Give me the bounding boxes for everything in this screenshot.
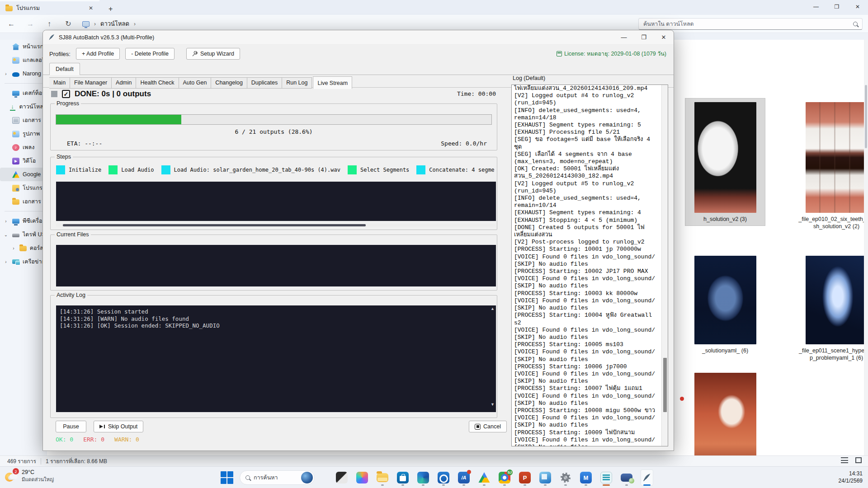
log-line: [VOICE] Found 0 files in vdo_long_sound/ (514, 253, 660, 261)
breadcrumb-location[interactable]: ดาวน์โหลด (100, 19, 129, 28)
refresh-button[interactable]: ↻ (61, 18, 76, 30)
start-button[interactable] (220, 471, 234, 484)
skip-output-button[interactable]: Skip Output (94, 421, 143, 432)
sidebar-item[interactable]: เอกสาร (0, 113, 47, 127)
list-view-icon[interactable] (841, 457, 848, 463)
chevron-icon[interactable]: › (4, 259, 8, 264)
up-button[interactable]: ↑ (42, 18, 57, 30)
weather-widget[interactable]: 2 29°C มีแดดส่วนใหญ่ (5, 469, 54, 483)
done-checkbox[interactable]: ✓ (62, 90, 70, 98)
stop-square-icon[interactable] (51, 91, 57, 97)
taskbar-app-icon[interactable] (641, 469, 653, 486)
scrollbar-thumb[interactable] (663, 358, 667, 412)
sidebar-item[interactable]: เพลง (0, 141, 47, 154)
taskbar-search[interactable]: การค้นหา (240, 470, 315, 485)
app-tab[interactable]: File Manager (70, 77, 112, 89)
app-tab[interactable]: Auto Gen (179, 77, 212, 89)
sidebar-item[interactable]: หน้าแรก (0, 40, 47, 53)
log-scrollbar[interactable] (661, 85, 668, 446)
app-tab[interactable]: Main (49, 77, 70, 89)
app-tab[interactable]: Run Log (282, 77, 312, 89)
steps-horizontal-scrollbar[interactable] (56, 224, 496, 227)
app-tab[interactable]: Admin (112, 77, 136, 89)
taskbar-app-icon[interactable] (335, 469, 348, 486)
chevron-icon[interactable]: › (4, 219, 8, 224)
back-button[interactable]: ← (4, 18, 19, 30)
taskbar-app-icon[interactable] (396, 469, 409, 486)
sidebar-item[interactable]: รูปภาพ (0, 127, 47, 141)
sidebar-item[interactable]: แกลเลอรี (0, 53, 47, 67)
sidebar-item[interactable]: ⌄ ไดรฟ์ US (0, 228, 47, 241)
taskbar-app-icon[interactable] (356, 469, 368, 486)
activity-scrollbar[interactable]: ▲ ▼ (490, 306, 495, 407)
forward-button[interactable]: → (23, 18, 38, 30)
cancel-button[interactable]: Cancel (469, 421, 507, 432)
file-thumbnail[interactable] (806, 102, 868, 213)
chevron-icon[interactable]: ⌄ (4, 232, 8, 237)
cancel-label: Cancel (483, 423, 501, 430)
file-tile[interactable]: _file_ep011_scene1_hyperloop_problemyaml… (797, 252, 868, 364)
sidebar-item[interactable]: ดาวน์โหลด (0, 100, 47, 113)
tab-close-icon[interactable]: ✕ (87, 4, 95, 12)
chevron-icon[interactable]: › (4, 71, 8, 76)
file-thumbnail[interactable] (694, 256, 756, 344)
file-tile[interactable]: _file_ep010_02_six_teeth_brush_solution_… (797, 99, 868, 233)
maximize-button[interactable]: ❐ (634, 30, 654, 45)
sidebar-item[interactable]: › พีซีเครื่อง (0, 214, 47, 228)
app-tab[interactable]: Duplicates (247, 77, 282, 89)
add-profile-button[interactable]: + Add Profile (76, 48, 120, 60)
close-button[interactable]: ✕ (654, 30, 674, 45)
chevron-icon[interactable]: › (12, 246, 15, 251)
minimize-button[interactable]: — (614, 30, 634, 45)
taskbar-app-icon[interactable] (437, 469, 450, 486)
sidebar-item[interactable]: › เครือข่าย (0, 255, 47, 268)
taskbar-app-icon[interactable]: M (580, 469, 592, 486)
search-icon[interactable] (853, 22, 858, 26)
taskbar-app-icon[interactable] (376, 469, 389, 486)
app-tab[interactable]: Live Stream (313, 76, 352, 89)
scroll-down-icon[interactable]: ▼ (491, 402, 495, 407)
taskbar-app-icon[interactable] (559, 469, 572, 486)
sidebar-item[interactable]: › Narong (0, 67, 47, 80)
sidebar-item[interactable]: วิดีโอ (0, 154, 47, 168)
taskbar-app-icon[interactable] (620, 469, 633, 486)
taskbar-app-icon[interactable]: P (519, 469, 531, 486)
file-tile[interactable]: _solutionyaml_ (6) (685, 252, 765, 357)
explorer-search-box[interactable]: ค้นหาใน ดาวน์โหลด (638, 18, 863, 30)
maximize-button[interactable]: ❐ (826, 0, 847, 14)
app-tab[interactable]: Changelog (211, 77, 247, 89)
file-thumbnail[interactable] (694, 102, 756, 213)
taskbar-clock[interactable]: 14:31 24/1/2569 (839, 470, 863, 484)
file-tile[interactable]: h_solution_v2 (3) (685, 99, 765, 225)
sidebar-item[interactable]: เอกสาร (0, 195, 47, 208)
taskbar-app-icon[interactable]: /A (458, 469, 470, 486)
sidebar-item[interactable]: Google (0, 168, 47, 181)
sidebar-item[interactable]: เดสก์ท็อป (0, 86, 47, 100)
scrollbar-thumb[interactable] (865, 85, 867, 148)
scroll-up-icon[interactable]: ▲ (491, 306, 495, 311)
minimize-button[interactable]: — (806, 0, 826, 14)
thumbnail-view-icon[interactable] (855, 457, 862, 463)
setup-wizard-button[interactable]: Setup Wizard (186, 48, 240, 60)
delete-profile-button[interactable]: - Delete Profile (125, 48, 175, 60)
taskbar-app-icon[interactable] (417, 469, 429, 486)
taskbar-app-icon[interactable]: SJ (498, 469, 511, 486)
explorer-tab[interactable]: โปรแกรม ✕ (0, 1, 99, 15)
app-title-bar[interactable]: SJ88 AutoBatch v26.5.3 (Multi-Profile) —… (43, 30, 674, 45)
taskbar-app-icon[interactable] (539, 469, 552, 486)
profile-tab-default[interactable]: Default (49, 63, 80, 75)
breadcrumb[interactable]: › ดาวน์โหลด › (82, 19, 136, 28)
sidebar-item[interactable]: โปรแกรม (0, 181, 47, 195)
taskbar-app-icon[interactable] (478, 469, 491, 486)
scrollbar-thumb[interactable] (63, 224, 366, 226)
app-tab[interactable]: Health Check (136, 77, 179, 89)
explorer-scrollbar[interactable] (864, 40, 868, 455)
taskbar-app-icon[interactable] (600, 469, 613, 486)
new-tab-button[interactable]: + (106, 5, 115, 15)
sidebar-item[interactable]: › คอร์สติ (0, 241, 47, 255)
close-button[interactable]: ✕ (847, 0, 868, 14)
pause-button[interactable]: Pause (56, 421, 86, 432)
file-thumbnail[interactable] (806, 256, 868, 344)
activity-log-panel[interactable]: [14:31:26] Session started [14:31:26] [W… (56, 305, 496, 412)
log-pane[interactable]: ไฟเหลี่ยมแต่งสวน_4_20260124143016_209.mp… (511, 84, 668, 446)
